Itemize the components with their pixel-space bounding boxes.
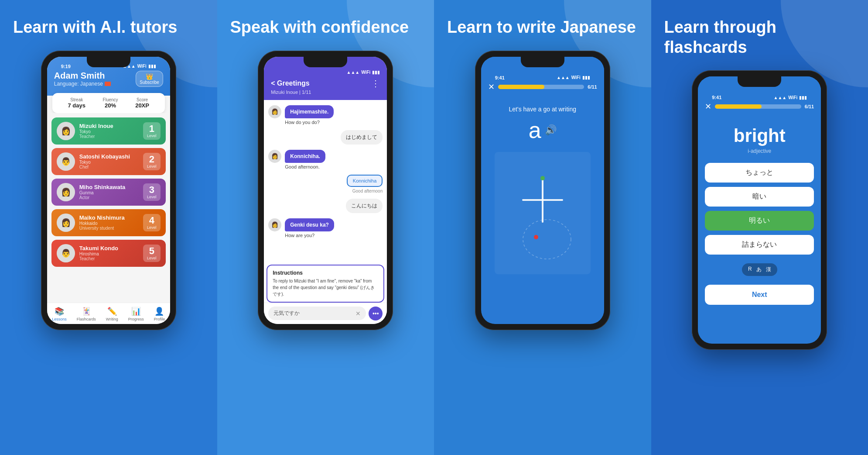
phone-screen-4: 9:41 ▲▲▲ WiFi ▮▮▮ ✕ 6/11 bright [698, 76, 821, 344]
tutor-role-2: Chef [79, 165, 139, 169]
answer-btn-4[interactable]: 詰まらない [705, 235, 814, 255]
nav-flashcards[interactable]: 🃏 Flashcards [77, 307, 96, 321]
input-text: 元気ですか [273, 310, 300, 317]
progress-fill-4 [715, 104, 762, 109]
mode-hiragana[interactable]: あ [756, 266, 762, 273]
tutor-city-4: Hokkaido [79, 221, 139, 226]
tutor-role-4: University student [79, 226, 139, 231]
status-bar-3: 9:41 ▲▲▲ WiFi ▮▮▮ [488, 70, 597, 82]
mode-romaji[interactable]: R [748, 266, 752, 273]
back-button[interactable]: < Greetings [271, 79, 309, 87]
panel-flashcards: Learn through flashcards 9:41 ▲▲▲ WiFi ▮… [651, 0, 868, 455]
answer-btn-3[interactable]: 明るい [705, 211, 814, 231]
wifi-icon-3: WiFi [571, 75, 581, 80]
options-row: Konnichiha Good afternoon [268, 175, 383, 193]
send-button[interactable]: ••• [369, 307, 383, 321]
streak-label: Streak [68, 97, 85, 102]
chat-msg-1: 👩 Hajimemashite. How do you do? [268, 105, 383, 125]
wifi-icon: WiFi [137, 64, 147, 69]
close-button-3[interactable]: ✕ [488, 82, 495, 92]
avatar-emoji-2: 👨 [57, 152, 75, 171]
progress-count-4: 6/11 [805, 104, 814, 109]
lessons-icon: 📚 [55, 307, 64, 316]
tutor-city-5: Hiroshima [79, 252, 139, 256]
chat-bubble-wrap-1: Hajimemashite. How do you do? [285, 105, 334, 125]
character-display: a 🔊 [529, 117, 557, 143]
answer-btn-1[interactable]: ちょっと [705, 163, 814, 183]
tutor-level-2: 2 Level [143, 153, 161, 170]
bubble-genki: Genki desu ka? [285, 218, 334, 231]
clear-input-icon[interactable]: ✕ [355, 310, 361, 317]
status-bar-2: ▲▲▲ WiFi ▮▮▮ [271, 70, 380, 78]
tutor-name-5: Takumi Kondo [79, 245, 139, 252]
tutor-info-4: Maiko Nishimura Hokkaido University stud… [79, 214, 139, 231]
chat-avatar-1: 👩 [268, 105, 281, 118]
tutor-role-1: Teacher [79, 134, 139, 139]
chat-msg-2: 👩 Konnichiha. Good afternoon. [268, 150, 383, 169]
tutor-level-5: 5 Level [143, 245, 161, 262]
phone-notch-2 [304, 57, 347, 67]
username: Adam Smith [54, 71, 111, 81]
panel-writing: Learn to write Japanese 9:41 ▲▲▲ WiFi ▮▮… [434, 0, 651, 455]
streak-stat: Streak 7 days [68, 97, 85, 109]
avatar-emoji-1: 👩 [57, 122, 75, 140]
tutor-level-3: 3 Level [143, 183, 161, 201]
writing-canvas[interactable] [495, 152, 591, 274]
next-button[interactable]: Next [705, 285, 814, 305]
chat-msg-3: 👩 Genki desu ka? How are you? [268, 218, 383, 238]
battery-icon-3: ▮▮▮ [582, 75, 590, 80]
mode-kanji[interactable]: 漢 [766, 266, 771, 273]
audio-icon[interactable]: 🔊 [545, 124, 557, 136]
tutor-card-3[interactable]: 👩 Miho Shinkawata Gunma Actor 3 Level [51, 179, 166, 206]
tutor-city-1: Tokyo [79, 129, 139, 134]
wifi-icon-4: WiFi [788, 95, 797, 100]
svg-point-0 [523, 220, 571, 259]
bubble-konnichiha: Konnichiha. [285, 150, 325, 163]
battery-icon: ▮▮▮ [148, 64, 156, 69]
phone-screen-3: 9:41 ▲▲▲ WiFi ▮▮▮ ✕ 6/11 Let's have a [481, 57, 604, 324]
s4-content: bright i-adjective ちょっと 暗い 明るい 詰まらない R あ… [698, 117, 821, 344]
nav-writing[interactable]: ✏️ Writing [106, 307, 118, 321]
s2-title-row: < Greetings ⋮ [271, 78, 380, 89]
signal-icon-4: ▲▲▲ [774, 95, 787, 100]
option-konnichiha[interactable]: Konnichiha [347, 175, 383, 187]
status-time-1: 9:19 [61, 64, 71, 69]
chat-avatar-3: 👩 [268, 218, 281, 231]
tutor-card-2[interactable]: 👨 Satoshi Kobayashi Tokyo Chef 2 Level [51, 148, 166, 175]
tutor-card-5[interactable]: 👨 Takumi Kondo Hiroshima Teacher 5 Level [51, 240, 166, 267]
tutor-city-2: Tokyo [79, 160, 139, 165]
score-label: Score [135, 97, 149, 102]
writing-icon: ✏️ [107, 307, 117, 316]
tutor-role-3: Actor [79, 195, 139, 200]
phone-frame-4: 9:41 ▲▲▲ WiFi ▮▮▮ ✕ 6/11 bright [692, 70, 827, 350]
tutor-avatar-5: 👨 [57, 244, 75, 262]
option-sub: Good afternoon [352, 189, 383, 193]
answer-options: ちょっと 暗い 明るい 詰まらない [705, 163, 814, 255]
chat-input-field[interactable]: 元気ですか ✕ [268, 307, 366, 320]
tutor-card-1[interactable]: 👩 Mizuki Inoue Tokyo Teacher 1 Level [51, 117, 166, 145]
nav-profile[interactable]: 👤 Profile [154, 307, 165, 321]
tutor-info-3: Miho Shinkawata Gunma Actor [79, 184, 139, 200]
panel-1-title: Learn with A.I. tutors [13, 17, 204, 38]
answer-btn-2[interactable]: 暗い [705, 187, 814, 207]
svg-point-1 [540, 176, 545, 180]
tutor-avatar-2: 👨 [57, 152, 75, 171]
stroke-svg [495, 152, 591, 274]
streak-value: 7 days [68, 102, 85, 109]
subscribe-button[interactable]: 👑 Subscribe [136, 71, 163, 87]
progress-count-3: 6/11 [588, 84, 597, 90]
progress-bar-4 [715, 104, 801, 109]
menu-icon[interactable]: ⋮ [371, 78, 380, 89]
nav-lessons[interactable]: 📚 Lessons [52, 307, 67, 321]
nav-progress[interactable]: 📊 Progress [128, 307, 144, 321]
fluency-stat: Fluency 20% [103, 97, 118, 109]
user-info: Adam Smith Language: Japanese [54, 71, 111, 87]
tutor-card-4[interactable]: 👩 Maiko Nishimura Hokkaido University st… [51, 209, 166, 236]
signal-icon-3: ▲▲▲ [557, 75, 570, 80]
tutor-avatar-3: 👩 [57, 183, 75, 201]
stats-row: Streak 7 days Fluency 20% Score 20XP [52, 93, 165, 113]
close-button-4[interactable]: ✕ [705, 102, 711, 111]
tutor-name-4: Maiko Nishimura [79, 214, 139, 221]
score-stat: Score 20XP [135, 97, 149, 109]
status-icons-4: ▲▲▲ WiFi ▮▮▮ [774, 95, 807, 100]
